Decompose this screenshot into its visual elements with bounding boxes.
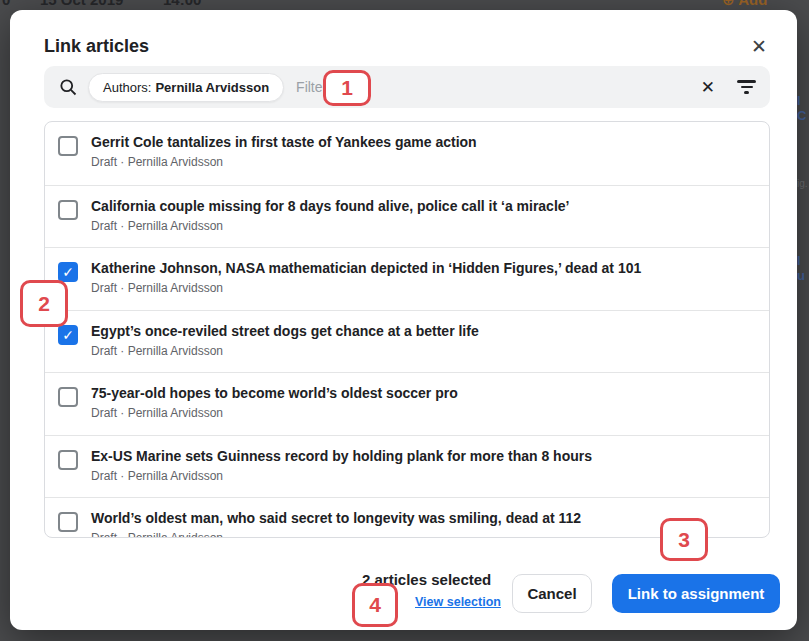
- article-row[interactable]: Gerrit Cole tantalizes in first taste of…: [45, 122, 769, 185]
- article-list[interactable]: Gerrit Cole tantalizes in first taste of…: [44, 121, 770, 538]
- som-annotation-3: 3: [660, 518, 708, 561]
- background-text-fragment: l C: [797, 93, 809, 123]
- cancel-button[interactable]: Cancel: [512, 574, 592, 613]
- article-checkbox[interactable]: [58, 387, 78, 407]
- article-checkbox[interactable]: [58, 325, 78, 345]
- chip-prefix: Authors:: [103, 80, 151, 95]
- view-selection-link[interactable]: View selection: [415, 595, 501, 609]
- search-icon: [58, 77, 78, 97]
- som-annotation-2: 2: [20, 280, 68, 327]
- clear-search-icon[interactable]: ✕: [701, 77, 715, 98]
- article-row[interactable]: California couple missing for 8 days fou…: [45, 185, 769, 248]
- article-meta: Draft · Pernilla Arvidsson: [91, 469, 592, 483]
- article-title: Ex-US Marine sets Guinness record by hol…: [91, 447, 592, 466]
- background-text-fragment: ig.: [797, 178, 808, 189]
- article-checkbox[interactable]: [58, 262, 78, 282]
- article-meta: Draft · Pernilla Arvidsson: [91, 281, 641, 295]
- article-checkbox[interactable]: [58, 512, 78, 532]
- article-title: Egypt’s once-reviled street dogs get cha…: [91, 322, 479, 341]
- link-to-assignment-button[interactable]: Link to assignment: [612, 574, 780, 613]
- author-filter-chip[interactable]: Authors:Pernilla Arvidsson: [88, 73, 284, 102]
- article-row[interactable]: 75-year-old hopes to become world’s olde…: [45, 372, 769, 435]
- article-title: California couple missing for 8 days fou…: [91, 197, 569, 216]
- close-icon[interactable]: ✕: [745, 32, 773, 60]
- article-meta: Draft · Pernilla Arvidsson: [91, 344, 479, 358]
- article-meta: Draft · Pernilla Arvidsson: [91, 531, 581, 538]
- article-checkbox[interactable]: [58, 450, 78, 470]
- dialog-title: Link articles: [44, 36, 149, 57]
- article-title: Gerrit Cole tantalizes in first taste of…: [91, 133, 477, 152]
- background-date: 15 Oct 2019: [40, 0, 123, 8]
- article-checkbox[interactable]: [58, 136, 78, 156]
- article-meta: Draft · Pernilla Arvidsson: [91, 406, 458, 420]
- article-row[interactable]: Egypt’s once-reviled street dogs get cha…: [45, 310, 769, 373]
- som-annotation-1: 1: [323, 70, 371, 106]
- chip-value: Pernilla Arvidsson: [155, 80, 269, 95]
- article-meta: Draft · Pernilla Arvidsson: [91, 155, 477, 169]
- article-title: 75-year-old hopes to become world’s olde…: [91, 384, 458, 403]
- som-annotation-4: 4: [352, 583, 398, 627]
- filter-options-icon[interactable]: [737, 80, 756, 94]
- background-text-fragment: l u: [797, 253, 809, 283]
- article-checkbox[interactable]: [58, 200, 78, 220]
- article-row[interactable]: Ex-US Marine sets Guinness record by hol…: [45, 435, 769, 498]
- article-meta: Draft · Pernilla Arvidsson: [91, 219, 569, 233]
- background-number: 0: [2, 0, 10, 8]
- search-filter-bar[interactable]: Authors:Pernilla Arvidsson Filter... ✕: [44, 66, 770, 108]
- article-title: Katherine Johnson, NASA mathematician de…: [91, 259, 641, 278]
- article-title: World’s oldest man, who said secret to l…: [91, 509, 581, 528]
- background-time: 14:00: [163, 0, 201, 8]
- background-add-button: ⊕ Add: [722, 0, 767, 9]
- article-row[interactable]: Katherine Johnson, NASA mathematician de…: [45, 247, 769, 310]
